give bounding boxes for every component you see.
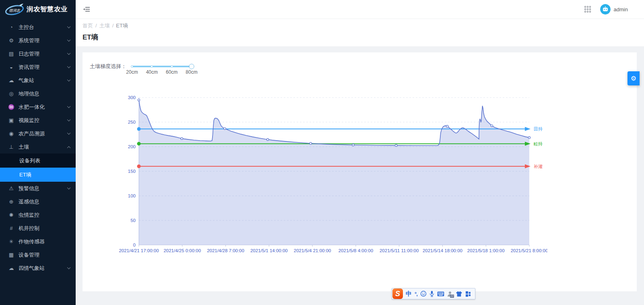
sidebar-item-crop-sensor[interactable]: ✳作物传感器 [0,235,76,248]
chart-card: 土壤梯度选择： 20cm40cm60cm80cm 田持畦持补灌050100150… [83,52,637,291]
sidebar-item-label: 设备管理 [19,251,70,259]
svg-text:2021/5/8 4:00:00: 2021/5/8 4:00:00 [339,248,373,253]
ime-language-mode[interactable]: 中 [406,290,412,298]
sidebar-item-device-mgmt[interactable]: ▦设备管理 [0,248,76,261]
sidebar-item-weather-station[interactable]: ☁气象站 [0,74,76,87]
slider-track[interactable] [132,66,192,67]
svg-text:畦持: 畦持 [534,141,543,146]
sidebar-item-label: 土壤 [19,143,68,151]
sidebar-item-pest-monitor[interactable]: ✺虫情监控 [0,208,76,222]
pipes-icon: ♒ [8,104,14,110]
soil-depth-slider[interactable]: 20cm40cm60cm80cm [132,64,192,69]
settings-gear-button[interactable]: ⚙ [627,71,640,85]
logo-graphic: 德润农 [4,3,25,17]
microphone-icon[interactable] [429,290,434,297]
apps-grid-icon[interactable] [584,6,591,13]
app-screen: 德润农 润农智慧农业 ◔主控台⚙系统管理▤日志管理◒资讯管理☁气象站◎地理信息♒… [0,0,644,305]
chevron-down-icon [67,131,70,135]
main-area: admin 首页/土壤/ET墒 ET墒 土壤梯度选择： 20cm40cm60cm… [76,0,644,305]
sidebar-item-siqing-weather[interactable]: ☁四情气象站 [0,261,76,275]
svg-text:2021/4/25 0:00:00: 2021/4/25 0:00:00 [163,248,201,253]
magnifier-icon: ◉ [8,131,14,137]
sidebar-item-video-monitor[interactable]: ▣视频监控 [0,114,76,127]
sidebar-menu: ◔主控台⚙系统管理▤日志管理◒资讯管理☁气象站◎地理信息♒水肥一体化▣视频监控◉… [0,19,76,275]
cloud-icon: ☁ [8,77,14,83]
sidebar-item-trace[interactable]: ◉农产品溯源 [0,127,76,140]
ime-toolbar: S 中 °, 22 [392,288,475,299]
ime-skin-icon[interactable] [456,291,462,297]
username[interactable]: admin [614,6,628,12]
warning-icon: ⚠ [8,185,14,191]
sidebar-item-soil[interactable]: ⊥土壤 [0,140,76,154]
sidebar-item-label: 四情气象站 [19,265,68,272]
slider-mark[interactable] [171,65,173,68]
sensor-icon: ✳ [8,239,14,245]
chevron-down-icon [67,25,70,28]
sidebar-item-label: 气象站 [19,77,68,84]
submenu-item-et-shang[interactable]: ET墒 [0,168,76,182]
svg-text:2021/4/21 17:00:00: 2021/4/21 17:00:00 [119,248,159,253]
chevron-down-icon [67,186,70,189]
submenu-item-device-list[interactable]: 设备列表 [0,154,76,168]
ime-logo-icon[interactable]: S [392,288,403,299]
svg-text:2021/5/18 1:00:00: 2021/5/18 1:00:00 [467,248,505,253]
svg-text:田持: 田持 [534,127,543,131]
sidebar-item-label: 作物传感器 [19,238,70,245]
breadcrumb-separator: / [112,23,114,29]
svg-text:50: 50 [130,218,136,223]
ime-punctuation-icon[interactable]: °, [415,291,417,297]
slider-mark[interactable] [151,65,153,68]
content: 土壤梯度选择： 20cm40cm60cm80cm 田持畦持补灌050100150… [76,52,644,305]
slider-mark-label: 80cm [186,69,197,75]
svg-text:2021/5/21 8:00:00: 2021/5/21 8:00:00 [511,248,547,253]
breadcrumb-item[interactable]: 首页 [83,23,93,29]
sidebar-item-water-fertilizer[interactable]: ♒水肥一体化 [0,100,76,114]
svg-text:200: 200 [128,144,136,149]
sidebar-item-geo-info[interactable]: ◎地理信息 [0,87,76,100]
svg-text:2021/5/11 11:00:00: 2021/5/11 11:00:00 [380,248,419,253]
sidebar-item-label: 地理信息 [19,90,70,98]
sidebar-item-label: 农产品溯源 [19,130,68,137]
emoji-icon[interactable] [420,290,427,297]
sidebar-item-dashboard[interactable]: ◔主控台 [0,21,76,34]
bug-icon: ✺ [8,212,14,218]
svg-text:德润农: 德润农 [9,8,21,12]
sidebar-item-label: 虫情监控 [19,212,70,219]
svg-text:2021/5/1 14:00:00: 2021/5/1 14:00:00 [250,248,288,253]
sidebar-item-label: 水肥一体化 [19,104,68,111]
sidebar-item-remote-sensing[interactable]: ⊕遥感信息 [0,195,76,208]
menu-fold-icon[interactable] [83,5,91,13]
keyboard-icon[interactable] [437,291,444,297]
chevron-down-icon [67,78,70,81]
cloud2-icon: ☁ [8,265,14,271]
chevron-down-icon [67,266,70,269]
sidebar-item-news[interactable]: ◒资讯管理 [0,60,76,74]
svg-text:2021/5/4 21:00:00: 2021/5/4 21:00:00 [294,248,331,253]
avatar[interactable] [600,4,611,15]
svg-text:300: 300 [128,95,136,100]
sidebar-item-system[interactable]: ⚙系统管理 [0,34,76,47]
ime-menu-grid-icon[interactable] [465,291,471,297]
sidebar-item-label: 主控台 [19,24,68,31]
slider-handle[interactable] [189,64,194,69]
logo: 德润农 润农智慧农业 [0,0,76,19]
slider-mark[interactable] [131,65,133,68]
svg-text:2021/4/28 7:00:00: 2021/4/28 7:00:00 [207,248,244,253]
sidebar-item-alerts[interactable]: ⚠预警信息 [0,182,76,195]
et-chart[interactable]: 田持畦持补灌0501001502002503002021/4/21 17:00:… [117,95,547,255]
depth-slider-row: 土壤梯度选择： 20cm40cm60cm80cm [83,52,637,70]
sidebar-item-label: 系统管理 [19,37,68,44]
globe-icon: ⊕ [8,199,14,205]
gear-icon: ⚙ [8,37,14,44]
soil-icon: ⊥ [8,144,14,150]
sidebar-item-logs[interactable]: ▤日志管理 [0,47,76,60]
app-title: 润农智慧农业 [27,5,68,14]
page-title: ET墒 [83,33,637,41]
breadcrumb-item[interactable]: 土壤 [99,23,110,29]
ime-user-icon[interactable]: 22 [447,291,453,297]
sidebar-item-well-control[interactable]: #机井控制 [0,222,76,235]
document-icon: ▤ [8,51,14,57]
sidebar-item-label: 预警信息 [19,185,68,192]
svg-text:2021/5/14 18:00:00: 2021/5/14 18:00:00 [423,248,462,253]
device-icon: ▦ [8,252,14,258]
